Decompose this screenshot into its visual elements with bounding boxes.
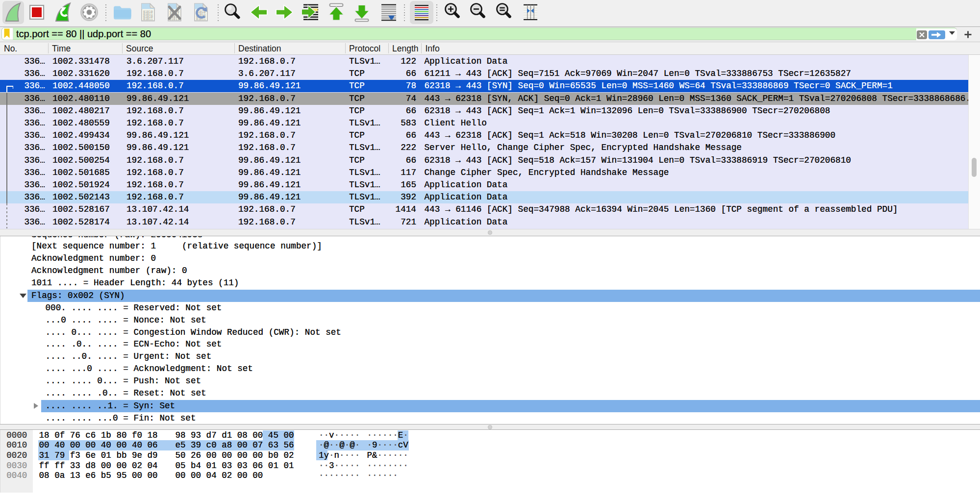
svg-text:01011: 01011 bbox=[143, 17, 153, 21]
